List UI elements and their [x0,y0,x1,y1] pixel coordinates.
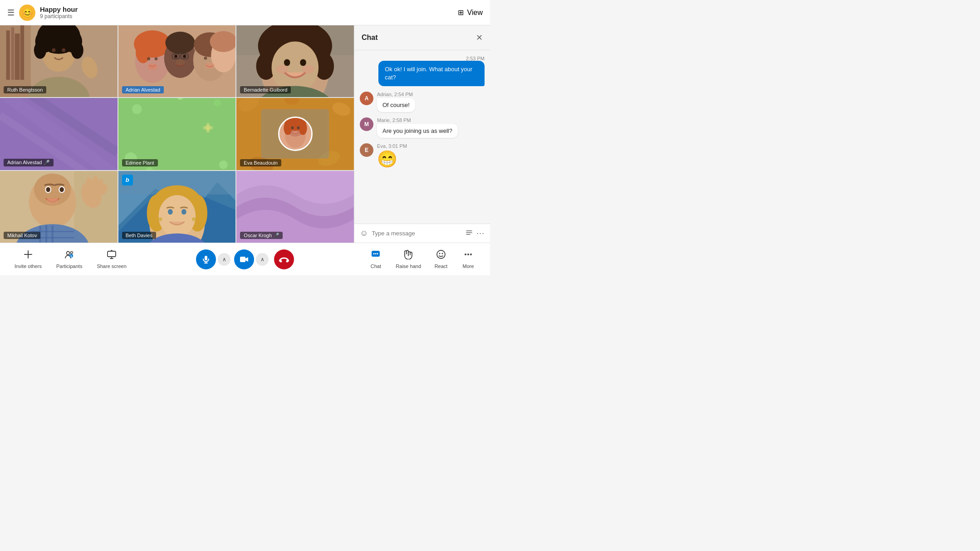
cam-expand-button[interactable]: ∧ [256,253,269,266]
svg-point-136 [467,254,469,255]
svg-rect-122 [205,256,207,260]
svg-point-112 [181,209,186,215]
react-icon [436,249,446,262]
message-bubble-3: Are you joining us as well? [377,124,458,138]
svg-point-137 [470,254,472,255]
menu-icon[interactable]: ☰ [7,8,15,18]
message-sender-2: Adrian, 2:54 PM [377,92,415,97]
svg-point-115 [192,217,196,221]
message-sender-4: Eva, 3:01 PM [377,143,407,149]
mic-expand-button[interactable]: ∧ [218,253,230,266]
svg-point-59 [219,161,228,169]
participant-name-ruth: Ruth Bengtsson [4,86,46,93]
message-sender-3: Marie, 2:58 PM [377,117,458,123]
svg-point-87 [46,187,50,192]
message-incoming-3: M Marie, 2:58 PM Are you joining us as w… [360,117,485,138]
message-bubble-1: Ok ok! I will join. What about your cat? [378,61,485,86]
svg-point-36 [205,63,215,69]
participant-name-eva: Eva Beaudouin [240,159,281,166]
svg-point-20 [147,57,150,60]
svg-point-64 [209,126,213,130]
share-screen-label: Share screen [97,263,126,269]
message-incoming-4: E Eva, 3:01 PM 😁 [360,143,485,169]
svg-rect-90 [47,199,58,204]
svg-point-129 [373,253,375,254]
participants-icon: 9 [64,249,74,262]
svg-point-110 [158,195,196,237]
svg-point-35 [175,59,185,66]
svg-point-24 [174,55,177,58]
bing-logo-icon: b [122,175,133,185]
svg-rect-125 [240,257,245,262]
avatar-adrian: A [360,92,373,105]
mic-button[interactable] [196,249,216,269]
raise-hand-button[interactable]: Raise hand [390,247,426,272]
attach-file-button[interactable] [466,229,473,238]
svg-point-48 [276,65,288,73]
more-button[interactable]: More [456,247,481,272]
toolbar-right: Chat Raise hand React [363,247,481,272]
message-bubble-4: 😁 [377,150,407,169]
svg-point-46 [284,59,290,66]
invite-others-button[interactable]: Invite others [9,247,47,272]
svg-point-33 [210,31,235,52]
svg-point-13 [52,49,55,52]
video-tile-oscar: OK Oscar Krogh 🎤 [236,171,354,243]
svg-point-89 [59,187,64,192]
message-incoming-2: A Adrian, 2:54 PM Of course! [360,92,485,112]
svg-point-79 [299,122,307,135]
camera-button[interactable] [234,249,254,269]
svg-point-111 [168,209,173,215]
share-screen-button[interactable]: Share screen [91,247,132,272]
svg-rect-5 [20,25,24,80]
participant-name-et: Adrian Alvestad 🎤 [4,159,54,166]
video-tile-bernadette: Bernadette Guibord [236,25,354,97]
svg-rect-4 [15,34,20,80]
toolbar-left: Invite others 9 Participants [9,247,132,272]
chat-close-button[interactable]: ✕ [476,33,483,43]
svg-point-11 [71,42,83,59]
video-tile-eva: Eva Beaudouin [236,98,354,170]
message-content-3: Marie, 2:58 PM Are you joining us as wel… [377,117,458,138]
svg-point-117 [66,252,69,255]
participant-name-ep: Edmee Plant [122,159,158,166]
chat-header: Chat ✕ [354,25,490,50]
participant-name-oscar: Oscar Krogh 🎤 [240,232,283,239]
chat-label: Chat [371,263,381,269]
svg-point-130 [375,253,377,254]
participant-name-adrian-group: Adrian Alvestad [122,86,164,93]
svg-point-14 [62,49,65,52]
svg-text:9: 9 [70,255,72,258]
video-tile-ruth: Ruth Bengtsson [0,25,118,97]
svg-point-66 [206,129,210,133]
view-label: View [467,9,483,17]
toolbar-center: ∧ ∧ [196,249,294,269]
svg-point-63 [203,126,206,130]
bottom-toolbar: Invite others 9 Participants [0,243,490,275]
react-button[interactable]: React [428,247,454,272]
chat-message-input[interactable] [372,230,462,237]
svg-point-131 [377,253,378,254]
chat-more-button[interactable]: ··· [476,229,485,238]
svg-point-81 [297,127,299,129]
svg-point-30 [204,57,207,60]
chat-button[interactable]: Chat [363,247,388,272]
chat-input-area: ☺ ··· [354,224,490,243]
svg-point-78 [284,122,292,135]
chat-messages: 2:53 PM Ok ok! I will join. What about y… [354,50,490,224]
avatar-eva: E [360,143,373,157]
avatar-marie: M [360,117,373,131]
svg-point-80 [291,127,294,129]
svg-point-57 [213,99,220,107]
participants-button[interactable]: 9 Participants [51,247,88,272]
more-label: More [462,263,474,269]
message-content-2: Adrian, 2:54 PM Of course! [377,92,415,112]
end-call-button[interactable] [274,249,294,269]
more-icon [463,249,473,262]
video-tile-beth: b [118,171,236,243]
emoji-picker-button[interactable]: ☺ [360,229,368,238]
react-label: React [435,263,448,269]
svg-point-132 [437,250,445,258]
view-button[interactable]: ⊞ View [458,8,483,17]
raise-hand-label: Raise hand [396,263,421,269]
